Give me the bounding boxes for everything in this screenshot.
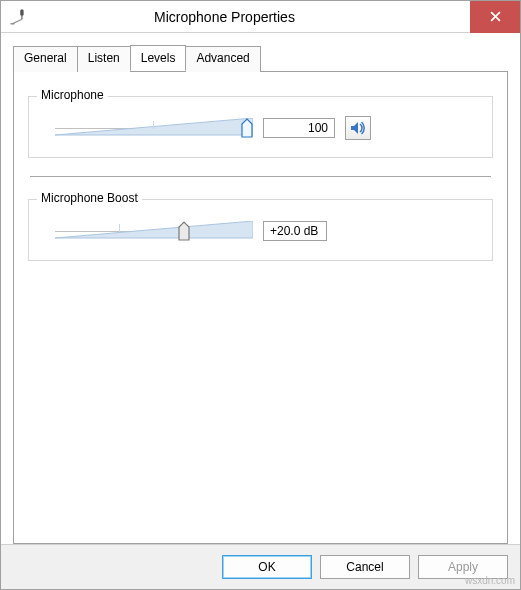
microphone-slider[interactable] [55, 115, 253, 141]
close-button[interactable] [470, 1, 520, 33]
watermark: wsxdn.com [465, 575, 515, 586]
svg-marker-8 [351, 122, 358, 134]
titlebar[interactable]: Microphone Properties [1, 1, 520, 33]
slider-thumb-icon [241, 118, 253, 138]
ok-button[interactable]: OK [222, 555, 312, 579]
boost-group-label: Microphone Boost [37, 191, 142, 205]
cancel-button[interactable]: Cancel [320, 555, 410, 579]
boost-value[interactable]: +20.0 dB [263, 221, 327, 241]
tabstrip: General Listen Levels Advanced [13, 45, 508, 72]
speaker-icon [350, 120, 366, 136]
tab-advanced[interactable]: Advanced [185, 46, 260, 72]
microphone-value[interactable]: 100 [263, 118, 335, 138]
svg-marker-9 [55, 221, 253, 238]
close-icon [490, 11, 501, 22]
slider-wedge-icon [55, 118, 253, 138]
slider-thumb-icon [178, 221, 190, 241]
tab-content-levels: Microphone 100 [13, 72, 508, 544]
svg-rect-0 [20, 9, 23, 16]
microphone-icon [7, 6, 29, 28]
svg-marker-6 [55, 118, 253, 135]
mute-button[interactable] [345, 116, 371, 140]
boost-group: Microphone Boost +20.0 dB [28, 199, 493, 261]
svg-point-3 [10, 22, 15, 24]
svg-marker-7 [242, 119, 252, 137]
boost-slider[interactable] [55, 218, 253, 244]
tab-listen[interactable]: Listen [77, 46, 131, 72]
separator [30, 176, 491, 177]
window-title: Microphone Properties [29, 9, 470, 25]
button-bar: OK Cancel Apply [1, 544, 520, 589]
window-frame: Microphone Properties General Listen Lev… [0, 0, 521, 590]
slider-wedge-icon [55, 221, 253, 241]
tab-general[interactable]: General [13, 46, 78, 72]
microphone-group-label: Microphone [37, 88, 108, 102]
svg-line-2 [12, 19, 22, 24]
microphone-group: Microphone 100 [28, 96, 493, 158]
tab-levels[interactable]: Levels [130, 45, 187, 71]
svg-marker-10 [179, 222, 189, 240]
